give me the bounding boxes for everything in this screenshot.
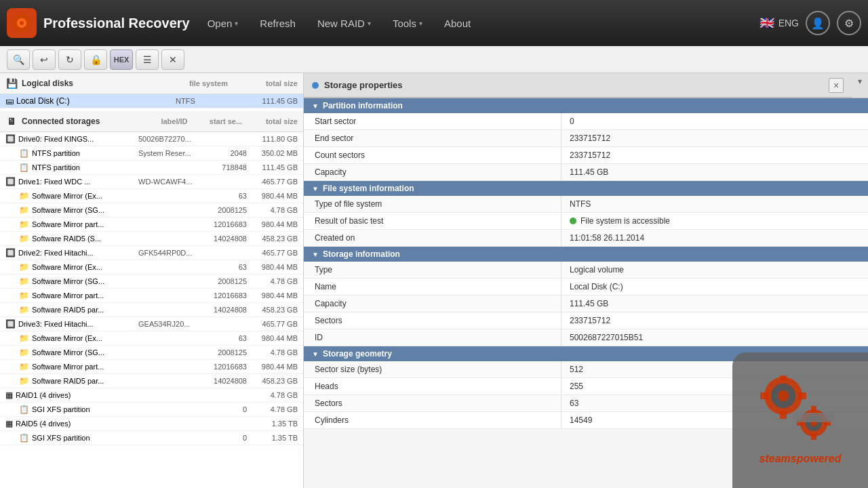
hex-tool-button[interactable]: HEX — [110, 49, 133, 70]
drive3-icon: 🔲 — [5, 319, 16, 329]
sgi-xfs-2-row[interactable]: 📋SGI XFS partition 0 1.35 TB — [0, 431, 303, 445]
local-disk-icon: 🖴 — [5, 96, 14, 106]
sw-mirror-icon-2: 📁 — [19, 205, 29, 215]
language-selector[interactable]: 🇬🇧 ENG — [760, 16, 799, 30]
filter-icon[interactable]: ▾ — [852, 73, 868, 89]
menu-tools[interactable]: Tools ▾ — [382, 0, 433, 46]
partition-info-section: ▼ Partition information — [304, 98, 868, 113]
drive1-row[interactable]: 🔲Drive1: Fixed WDC ... WD-WCAWF4... 465.… — [0, 175, 303, 189]
logical-disks-section-header: 💾 Logical disks file system total size — [0, 73, 303, 94]
sw-mirror-icon-1: 📁 — [19, 191, 29, 201]
prop-start-sector: Start sector 0 — [304, 113, 868, 130]
settings-icon-button[interactable]: ⚙ — [837, 11, 861, 35]
ntfs-partition-icon-1: 📋 — [19, 148, 29, 158]
raid5-icon: ▦ — [5, 419, 13, 428]
drive1-child3-row[interactable]: 📁Software RAID5 (S... 14024808 458.23 GB — [0, 232, 303, 246]
right-panel: Storage properties × ▾ ▼ Partition infor… — [304, 73, 868, 488]
prop-name: Name Local Disk (C:) — [304, 279, 868, 296]
left-panel: 💾 Logical disks file system total size 🖴… — [0, 73, 304, 488]
lock-tool-button[interactable]: 🔒 — [84, 49, 107, 70]
tools-arrow-icon: ▾ — [419, 20, 422, 27]
drive0-icon: 🔲 — [5, 134, 16, 144]
drive2-child2-row[interactable]: 📁Software Mirror part... 12016683 980.44… — [0, 289, 303, 303]
main-content: 💾 Logical disks file system total size 🖴… — [0, 73, 868, 488]
prop-capacity-2: Capacity 111.45 GB — [304, 296, 868, 312]
prop-sectors: Sectors 233715712 — [304, 312, 868, 329]
app-title: Professional Recovery — [43, 16, 190, 31]
menu-new-raid[interactable]: New RAID ▾ — [307, 0, 382, 46]
prop-type: Type Logical volume — [304, 262, 868, 279]
fs-section-arrow-icon: ▼ — [312, 185, 319, 192]
drive2-child0-row[interactable]: 📁Software Mirror (Ex... 63 980.44 MB — [0, 260, 303, 274]
sgi-xfs-1-row[interactable]: 📋SGI XFS partition 0 4.78 GB — [0, 403, 303, 417]
menu-open[interactable]: Open ▾ — [197, 0, 250, 46]
search-tool-button[interactable]: 🔍 — [7, 49, 30, 70]
prop-count-sectors: Count sectors 233715712 — [304, 147, 868, 164]
drive1-child2-row[interactable]: 📁Software Mirror part... 12016683 980.44… — [0, 218, 303, 232]
menu-about[interactable]: About — [433, 0, 481, 46]
connected-storages-icon: 🖥 — [5, 115, 18, 127]
drive3-child0-row[interactable]: 📁Software Mirror (Ex... 63 980.44 MB — [0, 331, 303, 346]
storage-section-arrow-icon: ▼ — [312, 251, 319, 258]
topbar: Professional Recovery Open ▾ Refresh New… — [0, 0, 868, 46]
storage-properties-close-button[interactable]: × — [829, 78, 844, 93]
logical-disks-icon: 💾 — [5, 77, 18, 89]
svg-point-2 — [20, 21, 24, 25]
prop-end-sector: End sector 233715712 — [304, 130, 868, 147]
list-tool-button[interactable]: ☰ — [136, 49, 159, 70]
drive2-child1-row[interactable]: 📁Software Mirror (SG... 2008125 4.78 GB — [0, 274, 303, 289]
drive3-child2-row[interactable]: 📁Software Mirror part... 12016683 980.44… — [0, 360, 303, 374]
ntfs-partition-icon-2: 📋 — [19, 163, 29, 172]
drive0-row[interactable]: 🔲Drive0: Fixed KINGS... 50026B72270... 1… — [0, 132, 303, 146]
prop-basic-test: Result of basic test File system is acce… — [304, 213, 868, 230]
local-disk-c-row[interactable]: 🖴 Local Disk (C:) NTFS 111.45 GB — [0, 94, 303, 108]
redo-tool-button[interactable]: ↻ — [58, 49, 81, 70]
prop-sectors-geo: Sectors 63 — [304, 395, 868, 412]
user-icon-button[interactable]: 👤 — [806, 11, 830, 35]
drive2-row[interactable]: 🔲Drive2: Fixed Hitachi... GFK544RP0D... … — [0, 246, 303, 260]
prop-id: ID 5002687227015B51 — [304, 329, 868, 346]
prop-heads: Heads 255 — [304, 378, 868, 395]
drive3-child3-row[interactable]: 📁Software RAID5 par... 14024808 458.23 G… — [0, 374, 303, 388]
logo-area: Professional Recovery — [7, 8, 190, 38]
drive2-icon: 🔲 — [5, 248, 16, 258]
prop-sector-size: Sector size (bytes) 512 — [304, 361, 868, 378]
prop-capacity-1: Capacity 111.45 GB — [304, 164, 868, 181]
flag-icon: 🇬🇧 — [760, 16, 774, 30]
fs-info-section: ▼ File system information — [304, 181, 868, 196]
drive0-ntfs2-row[interactable]: 📋NTFS partition 718848 111.45 GB — [0, 161, 303, 175]
connected-storages-section-header: 🖥 Connected storages label/ID start se..… — [0, 111, 303, 132]
raid1-icon: ▦ — [5, 390, 13, 400]
prop-type-fs: Type of file system NTFS — [304, 196, 868, 213]
fs-accessible-dot — [570, 218, 576, 224]
drive3-child1-row[interactable]: 📁Software Mirror (SG... 2008125 4.78 GB — [0, 346, 303, 360]
toolbar: 🔍 ↩ ↻ 🔒 HEX ☰ ✕ — [0, 46, 868, 73]
menu-refresh[interactable]: Refresh — [249, 0, 307, 46]
drive2-child3-row[interactable]: 📁Software RAID5 par... 14024808 458.23 G… — [0, 303, 303, 317]
sw-raid5-icon-1: 📁 — [19, 234, 29, 243]
drive1-child0-row[interactable]: 📁Software Mirror (Ex... 63 980.44 MB — [0, 189, 303, 203]
prop-cylinders: Cylinders 14549 — [304, 412, 868, 429]
drive3-row[interactable]: 🔲Drive3: Fixed Hitachi... GEA534RJ20... … — [0, 317, 303, 331]
storage-properties-title: Storage properties — [312, 80, 403, 90]
raid1-row[interactable]: ▦RAID1 (4 drives) 4.78 GB — [0, 388, 303, 403]
close-tool-button[interactable]: ✕ — [161, 49, 184, 70]
undo-tool-button[interactable]: ↩ — [33, 49, 56, 70]
prop-created-on: Created on 11:01:58 26.11.2014 — [304, 230, 868, 247]
drive1-child1-row[interactable]: 📁Software Mirror (SG... 2008125 4.78 GB — [0, 203, 303, 218]
partition-section-arrow-icon: ▼ — [312, 102, 319, 110]
geometry-section-arrow-icon: ▼ — [312, 350, 319, 358]
storage-props-dot — [312, 82, 319, 89]
drive1-icon: 🔲 — [5, 177, 16, 186]
app-logo-icon — [7, 8, 37, 38]
sw-mirror-icon-3: 📁 — [19, 220, 29, 229]
storage-properties-panel-header: Storage properties × — [304, 73, 852, 98]
storage-geometry-section: ▼ Storage geometry — [304, 346, 868, 361]
new-raid-arrow-icon: ▾ — [368, 20, 371, 27]
drive0-ntfs1-row[interactable]: 📋NTFS partition System Reser... 2048 350… — [0, 146, 303, 161]
open-arrow-icon: ▾ — [235, 20, 238, 27]
storage-info-section: ▼ Storage information — [304, 247, 868, 262]
raid5-row[interactable]: ▦RAID5 (4 drives) 1.35 TB — [0, 417, 303, 431]
topbar-right: 🇬🇧 ENG 👤 ⚙ — [760, 11, 861, 35]
